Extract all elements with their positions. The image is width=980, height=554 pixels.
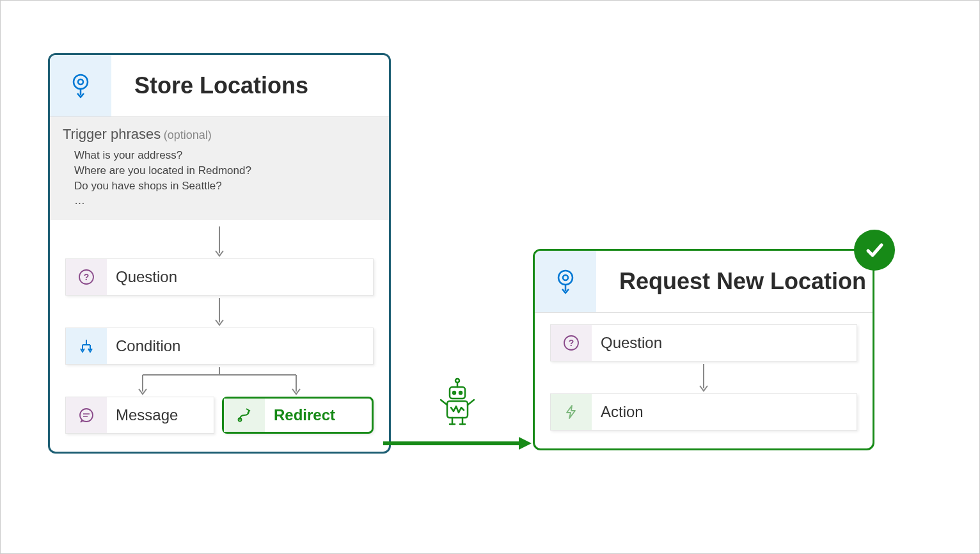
topic-icon [535,251,596,312]
svg-line-25 [468,400,474,405]
node-label: Redirect [265,406,335,424]
condition-icon [66,328,107,364]
message-icon [66,397,107,433]
node-label: Message [107,406,178,424]
node-label: Question [592,334,662,352]
node-message: Message [65,397,214,434]
trigger-item: … [74,193,376,209]
node-question: ? Question [65,258,374,296]
arrow-down-icon [213,226,226,258]
trigger-label: Trigger phrases [63,126,161,142]
question-icon: ? [551,325,592,361]
node-condition: Condition [65,328,374,365]
node-redirect: Redirect [222,397,374,434]
topic-store-locations: Store Locations Trigger phrases (optiona… [48,53,391,454]
branch-connector-icon [66,365,373,397]
svg-point-21 [453,392,455,394]
robot-icon [434,377,480,428]
svg-text:?: ? [84,272,90,282]
node-label: Condition [107,337,180,355]
svg-line-24 [441,400,447,405]
trigger-optional: (optional) [164,129,212,141]
topic-icon [50,55,111,116]
action-icon [551,394,592,430]
svg-point-22 [459,392,462,394]
svg-point-31 [563,275,568,280]
node-label: Question [107,268,177,286]
redirect-arrow-icon [383,436,537,451]
trigger-phrases-section: Trigger phrases (optional) What is your … [50,117,389,220]
branch-row: Message Redirect [65,397,374,434]
topic-header: Request New Location [535,251,873,313]
topic-title: Request New Location [596,268,866,295]
diagram-canvas: Store Locations Trigger phrases (optiona… [1,1,979,553]
node-label: Action [592,403,644,421]
question-icon: ? [66,259,107,295]
redirect-icon [224,399,265,432]
topic-request-new-location: Request New Location ? Question [533,249,874,450]
node-question: ? Question [550,324,857,361]
topic-header: Store Locations [50,55,389,117]
svg-text:?: ? [569,338,574,348]
svg-point-0 [74,75,88,89]
flow-area: ? Question [50,220,389,452]
trigger-item: Where are you located in Redmond? [74,163,376,178]
svg-rect-20 [450,387,465,399]
flow-area: ? Question Action [535,313,873,448]
node-action: Action [550,393,857,431]
svg-point-1 [78,79,83,84]
arrow-down-icon [213,296,226,328]
svg-point-30 [558,271,573,285]
arrow-down-icon [697,361,710,393]
topic-title: Store Locations [111,72,308,99]
trigger-item: Do you have shops in Seattle? [74,178,376,194]
checkmark-badge-icon [854,230,895,271]
trigger-list: What is your address? Where are you loca… [63,148,376,209]
trigger-item: What is your address? [74,148,376,163]
